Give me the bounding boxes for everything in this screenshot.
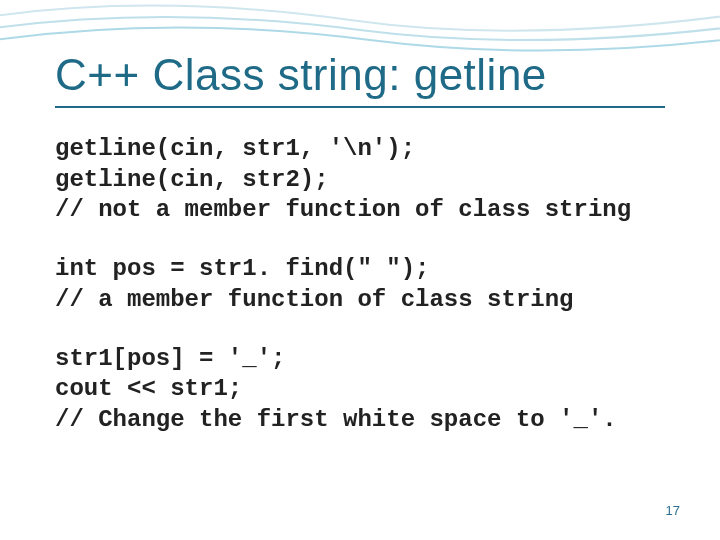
code-block-2: int pos = str1. find(" "); // a member f…: [55, 254, 665, 315]
code-block-3: str1[pos] = '_'; cout << str1; // Change…: [55, 344, 665, 436]
code-block-1: getline(cin, str1, '\n'); getline(cin, s…: [55, 134, 665, 226]
page-number: 17: [666, 503, 680, 518]
slide: C++ Class string: getline getline(cin, s…: [0, 0, 720, 540]
title-underline: [55, 106, 665, 108]
slide-title: C++ Class string: getline: [55, 50, 665, 100]
